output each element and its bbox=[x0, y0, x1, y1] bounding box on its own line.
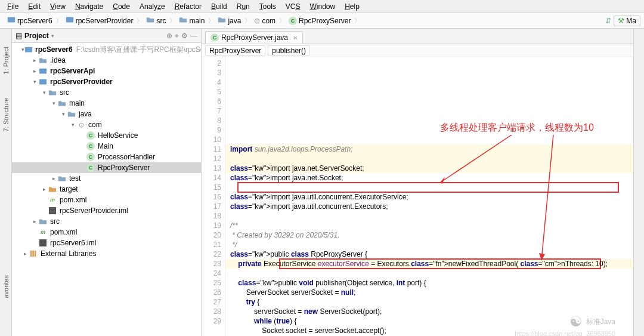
hide-icon[interactable]: — bbox=[190, 32, 197, 40]
tree-icon bbox=[38, 77, 48, 87]
folder-icon bbox=[218, 16, 226, 26]
gear-icon[interactable]: ⚙ bbox=[181, 32, 188, 40]
menu-view[interactable]: View bbox=[45, 1, 70, 12]
package-icon: ⊙ bbox=[254, 17, 260, 25]
tree-node[interactable]: ▾rpcServer6F:\csdn博客\直播课-手写RPC框架\rpcServ… bbox=[12, 44, 201, 55]
menu-refactor[interactable]: Refactor bbox=[170, 1, 206, 12]
project-tree[interactable]: ▾rpcServer6F:\csdn博客\直播课-手写RPC框架\rpcServ… bbox=[12, 43, 201, 336]
gutter-config-icon[interactable]: ⇵ bbox=[605, 17, 611, 25]
tree-node[interactable]: ▸rpcServerApi bbox=[12, 66, 201, 76]
tree-twisty[interactable]: ▸ bbox=[31, 218, 38, 224]
tree-node[interactable]: mpom.xml bbox=[12, 227, 201, 238]
menu-analyze[interactable]: Analyze bbox=[135, 1, 170, 12]
tree-node[interactable]: ▸target bbox=[12, 184, 201, 195]
tree-twisty[interactable]: ▾ bbox=[69, 122, 76, 128]
svg-rect-0 bbox=[8, 17, 15, 23]
tree-node[interactable]: CHelloService bbox=[12, 130, 201, 141]
crumb-class[interactable]: RpcProxyServer bbox=[205, 45, 265, 56]
crumb-method[interactable]: publisher() bbox=[268, 45, 310, 56]
tree-twisty[interactable]: ▸ bbox=[21, 251, 29, 257]
breadcrumb-item[interactable]: rpcServerProvider bbox=[63, 15, 136, 26]
menu-window[interactable]: Window bbox=[305, 1, 340, 12]
tree-node[interactable]: ▾⊙com bbox=[12, 119, 201, 130]
tree-label: rpcServer6.iml bbox=[49, 239, 97, 247]
tree-node[interactable]: ▸src bbox=[12, 216, 201, 227]
tree-icon: C bbox=[86, 163, 95, 172]
tree-node[interactable]: CRpcProxyServer bbox=[12, 162, 201, 173]
tree-node[interactable]: ▾main bbox=[12, 98, 201, 109]
tree-node[interactable]: ▾rpcServerProvider bbox=[12, 76, 201, 87]
module-icon bbox=[7, 16, 16, 26]
svg-rect-1 bbox=[66, 17, 73, 23]
tree-node[interactable]: mpom.xml bbox=[12, 195, 201, 205]
watermark-text: 标准Java bbox=[586, 317, 615, 327]
tree-twisty[interactable]: ▾ bbox=[50, 100, 57, 106]
breadcrumb-item[interactable]: src bbox=[144, 15, 168, 26]
tree-node[interactable]: ▸.idea bbox=[12, 55, 201, 66]
breadcrumb-label: main bbox=[189, 17, 205, 25]
tree-node[interactable]: ▸External Libraries bbox=[12, 248, 201, 259]
tree-icon bbox=[24, 45, 33, 54]
make-button-label: Ma bbox=[626, 17, 636, 25]
svg-rect-2 bbox=[25, 47, 32, 53]
class-icon: C bbox=[289, 17, 297, 25]
tree-icon bbox=[38, 238, 48, 248]
tree-icon bbox=[38, 217, 48, 226]
tree-twisty[interactable]: ▸ bbox=[41, 186, 48, 192]
breadcrumb-label: java bbox=[228, 17, 241, 25]
tree-node[interactable]: ▾src bbox=[12, 87, 201, 98]
tab-favorites[interactable]: avorites bbox=[2, 275, 10, 298]
tree-twisty[interactable]: ▾ bbox=[31, 79, 38, 85]
tree-node[interactable]: ▸test bbox=[12, 173, 201, 184]
tree-twisty[interactable]: ▸ bbox=[31, 57, 38, 63]
svg-rect-5 bbox=[30, 251, 32, 257]
project-view-icon[interactable]: ▤ bbox=[16, 32, 22, 40]
tree-label: pom.xml bbox=[49, 228, 78, 236]
svg-rect-4 bbox=[39, 79, 47, 85]
breadcrumb-item[interactable]: rpcServer6 bbox=[5, 15, 55, 26]
tree-node[interactable]: CProcessorHandler bbox=[12, 152, 201, 162]
menu-file[interactable]: File bbox=[2, 1, 23, 12]
menu-tools[interactable]: Tools bbox=[255, 1, 281, 12]
tree-label: java bbox=[78, 110, 93, 118]
code-editor[interactable]: 2345678910111213141516171819202122232425… bbox=[202, 57, 633, 336]
menu-build[interactable]: Build bbox=[206, 1, 232, 12]
tree-icon: m bbox=[38, 227, 48, 237]
svg-rect-3 bbox=[39, 69, 47, 74]
tree-node[interactable]: ▾java bbox=[12, 109, 201, 119]
breadcrumb-item[interactable]: main bbox=[177, 15, 207, 26]
tab-project[interactable]: 1: Project bbox=[2, 47, 10, 74]
menu-vcs[interactable]: VCS bbox=[281, 1, 305, 12]
tree-node[interactable]: CMain bbox=[12, 141, 201, 152]
breadcrumb-item[interactable]: java bbox=[215, 15, 243, 26]
make-button[interactable]: ⚒ Ma bbox=[614, 16, 640, 26]
code-body[interactable]: 多线程处理客户端请求，线程数为10 import sun.java2d.loop… bbox=[225, 57, 633, 336]
tree-icon: C bbox=[86, 152, 95, 162]
tree-node[interactable]: rpcServer6.iml bbox=[12, 238, 201, 248]
editor-area: C RpcProxyServer.java ✕ RpcProxyServer p… bbox=[202, 29, 633, 336]
tree-node[interactable]: rpcServerProvider.iml bbox=[12, 205, 201, 216]
tree-icon bbox=[48, 206, 57, 215]
tree-twisty[interactable]: ▸ bbox=[50, 175, 57, 181]
tree-twisty[interactable]: ▸ bbox=[31, 68, 38, 74]
tree-icon bbox=[48, 88, 57, 97]
menu-run[interactable]: Run bbox=[232, 1, 255, 12]
dropdown-icon[interactable]: ▾ bbox=[51, 33, 54, 39]
breadcrumb-item[interactable]: ⊙com bbox=[252, 16, 278, 26]
menu-code[interactable]: Code bbox=[108, 1, 135, 12]
scroll-icon[interactable]: ⌖ bbox=[175, 32, 179, 40]
menu-edit[interactable]: Edit bbox=[23, 1, 45, 12]
tree-icon: ⊙ bbox=[76, 120, 86, 130]
menu-help[interactable]: Help bbox=[340, 1, 364, 12]
class-icon: C bbox=[210, 33, 219, 42]
tree-twisty[interactable]: ▾ bbox=[60, 111, 67, 117]
close-icon[interactable]: ✕ bbox=[290, 35, 298, 41]
watermark-sub: https://blog.csdn.net/qq_36963950 bbox=[515, 330, 615, 336]
editor-tab[interactable]: C RpcProxyServer.java ✕ bbox=[205, 31, 303, 44]
collapse-icon[interactable]: ⊕ bbox=[166, 32, 172, 40]
tab-structure[interactable]: 7: Structure bbox=[2, 98, 10, 132]
gutter: 2345678910111213141516171819202122232425… bbox=[202, 57, 225, 336]
breadcrumb-item[interactable]: CRpcProxyServer bbox=[286, 16, 353, 26]
tree-twisty[interactable]: ▾ bbox=[41, 90, 48, 95]
menu-navigate[interactable]: Navigate bbox=[70, 1, 108, 12]
